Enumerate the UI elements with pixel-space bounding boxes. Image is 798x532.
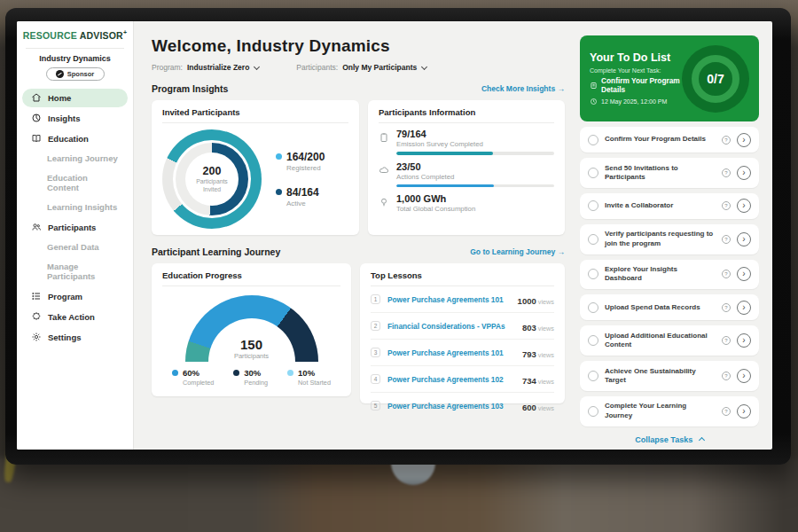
checkbox-circle-icon[interactable] <box>588 200 598 211</box>
collapse-tasks-link[interactable]: Collapse Tasks <box>580 435 759 444</box>
sidebar-item-label: Manage Participants <box>47 262 119 281</box>
chevron-right-icon[interactable]: › <box>737 166 751 180</box>
checkbox-circle-icon[interactable] <box>588 302 598 313</box>
lesson-link[interactable]: Power Purchase Agreements 101 <box>387 295 511 304</box>
todo-item[interactable]: Send 50 Invitations to Participants ? › <box>580 158 759 188</box>
legend-dot <box>287 370 293 376</box>
sidebar-item-settings[interactable]: Settings <box>22 328 128 347</box>
badge-icon <box>31 311 42 322</box>
sidebar-item-label: Settings <box>48 332 81 342</box>
todo-item[interactable]: Verify participants requesting to join t… <box>580 224 759 254</box>
checkbox-circle-icon[interactable] <box>588 168 598 178</box>
sidebar-item-education[interactable]: Education <box>22 129 128 148</box>
help-icon[interactable]: ? <box>722 168 731 177</box>
chevron-down-icon <box>421 63 427 69</box>
stat-value: 1,000 GWh <box>396 193 475 204</box>
checkbox-circle-icon[interactable] <box>588 234 598 245</box>
chevron-right-icon[interactable]: › <box>737 369 751 383</box>
legend-item-pending: 30% Pending <box>233 368 268 387</box>
checkbox-circle-icon[interactable] <box>588 371 598 381</box>
sidebar-item-label: Education Content <box>47 173 119 192</box>
sidebar-item-home[interactable]: Home <box>22 89 128 107</box>
todo-item[interactable]: Upload Spend Data Records ? › <box>580 294 759 320</box>
sidebar-item-manage-participants[interactable]: Manage Participants <box>22 258 128 286</box>
checkbox-circle-icon[interactable] <box>588 269 598 279</box>
help-icon[interactable]: ? <box>722 201 731 210</box>
card-title: Participants Information <box>379 107 554 123</box>
sponsor-badge: Sponsor <box>46 67 105 81</box>
people-icon <box>31 222 42 232</box>
help-icon[interactable]: ? <box>722 303 731 312</box>
checkbox-circle-icon[interactable] <box>588 335 598 346</box>
info-body: 79/164 Emission Survey Completed 23/50 A… <box>379 129 554 213</box>
invited-body: 200 Participants Invited 164/200 Registe… <box>162 129 348 229</box>
lesson-rank: 2 <box>371 321 380 331</box>
sidebar-item-general-data[interactable]: General Data <box>22 239 128 256</box>
cloud-icon <box>379 165 389 176</box>
stat-value: 79/164 <box>396 129 554 139</box>
sidebar-item-program[interactable]: Program <box>22 287 128 306</box>
chevron-right-icon[interactable]: › <box>737 133 751 147</box>
todo-item[interactable]: Confirm Your Program Details ? › <box>580 127 759 153</box>
todo-item[interactable]: Achieve One Sustainability Target ? › <box>580 361 759 391</box>
lesson-link[interactable]: Power Purchase Agreements 103 <box>387 402 515 411</box>
help-icon[interactable]: ? <box>722 235 731 244</box>
legend-value: 84/164 <box>286 186 325 199</box>
section-title: Participant Learning Journey <box>152 246 280 257</box>
lesson-row: 2 Financial Considerations - VPPAs 803vi… <box>371 313 554 340</box>
program-insights-header: Program Insights Check More Insights → <box>152 83 565 94</box>
lesson-link[interactable]: Power Purchase Agreements 101 <box>387 348 515 357</box>
todo-progress-value: 0/7 <box>682 45 749 113</box>
chevron-down-icon <box>254 63 260 69</box>
todo-item[interactable]: Complete Your Learning Journey ? › <box>580 396 759 426</box>
lesson-link[interactable]: Power Purchase Agreements 102 <box>387 375 515 384</box>
legend-dot <box>233 370 239 376</box>
participants-dropdown[interactable]: Participants: Only My Participants <box>296 63 426 72</box>
chevron-right-icon[interactable]: › <box>737 267 751 281</box>
program-dropdown[interactable]: Program: Industrialize Zero <box>152 63 259 72</box>
help-icon[interactable]: ? <box>722 372 731 380</box>
lesson-link[interactable]: Financial Considerations - VPPAs <box>387 322 515 331</box>
go-to-learning-journey-link[interactable]: Go to Learning Journey → <box>470 247 565 256</box>
lesson-row: 5 Power Purchase Agreements 103 600views <box>371 393 554 419</box>
clipboard-icon <box>379 132 389 143</box>
gear-icon <box>31 332 42 342</box>
sidebar-item-learning-journey[interactable]: Learning Journey <box>22 150 128 168</box>
views-suffix: views <box>538 325 554 332</box>
help-icon[interactable]: ? <box>722 136 731 145</box>
link-label: Check More Insights <box>481 84 555 93</box>
chevron-right-icon[interactable]: › <box>737 404 751 419</box>
checkbox-circle-icon[interactable] <box>588 135 598 145</box>
todo-item[interactable]: Upload Additional Educational Content ? … <box>580 325 759 356</box>
stat-emission-survey: 79/164 Emission Survey Completed <box>379 129 554 155</box>
check-more-insights-link[interactable]: Check More Insights → <box>481 84 565 93</box>
todo-due: 12 May 2025, 12:00 PM <box>590 98 682 106</box>
stat-label: Total Global Consumption <box>396 205 475 213</box>
legend-label: Active <box>286 200 325 207</box>
checkbox-circle-icon[interactable] <box>588 406 598 417</box>
legend-value: 60% <box>183 368 214 378</box>
todo-item-label: Verify participants requesting to join t… <box>605 230 716 248</box>
lesson-rank: 1 <box>371 294 380 304</box>
sidebar-item-education-content[interactable]: Education Content <box>22 169 128 197</box>
sidebar-item-take-action[interactable]: Take Action <box>22 308 128 326</box>
collapse-label: Collapse Tasks <box>635 435 692 444</box>
chevron-right-icon[interactable]: › <box>737 333 751 348</box>
chevron-right-icon[interactable]: › <box>737 232 751 246</box>
todo-next-task[interactable]: Confirm Your Program Details <box>590 76 682 94</box>
sidebar-item-insights[interactable]: Insights <box>22 109 128 128</box>
help-icon[interactable]: ? <box>722 270 731 278</box>
help-icon[interactable]: ? <box>722 336 731 345</box>
logo-secondary: ADVISOR <box>80 30 123 41</box>
progress-bar-fill <box>396 152 493 155</box>
sidebar-item-learning-insights[interactable]: Learning Insights <box>22 199 128 216</box>
chevron-right-icon[interactable]: › <box>737 301 751 315</box>
todo-next-task-label: Confirm Your Program Details <box>601 76 682 94</box>
list-icon <box>31 291 42 301</box>
todo-item[interactable]: Invite a Collaborator ? › <box>580 193 759 219</box>
todo-item[interactable]: Explore Your Insights Dashboard ? › <box>580 260 759 290</box>
legend-label: Pending <box>244 379 268 387</box>
help-icon[interactable]: ? <box>722 407 731 416</box>
chevron-right-icon[interactable]: › <box>737 199 751 213</box>
sidebar-item-participants[interactable]: Participants <box>22 218 128 237</box>
